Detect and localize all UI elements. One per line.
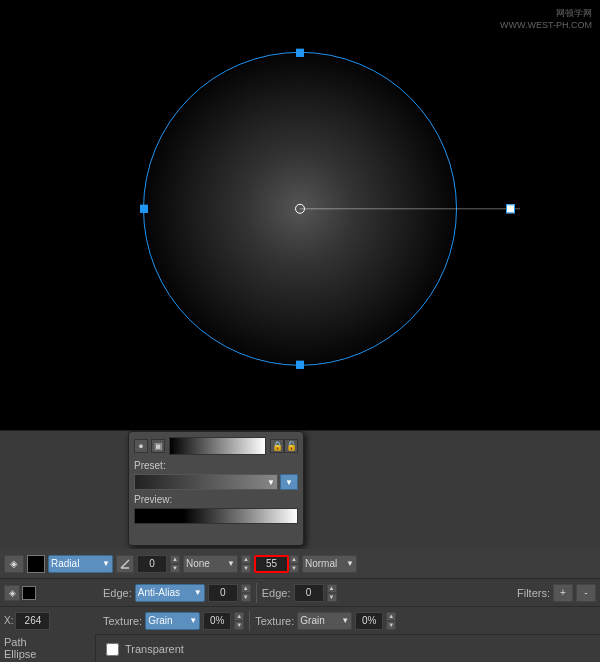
texture-label-2: Texture: <box>255 615 294 627</box>
grain-select-2[interactable]: Grain ▼ <box>297 612 352 630</box>
normal-select[interactable]: Normal ▼ <box>302 555 357 573</box>
radial-label: Radial <box>51 558 79 569</box>
none-label: None <box>186 558 210 569</box>
opacity-spin: ▲ ▼ <box>289 555 299 573</box>
grain-percent-1[interactable] <box>203 612 231 630</box>
grain-spin-1: ▲ ▼ <box>234 612 244 630</box>
none-spin: ▲ ▼ <box>241 555 251 573</box>
ellipse-label: Ellipse <box>4 648 91 660</box>
canvas-area: 网顿学网 WWW.WEST-PH.COM <box>0 0 600 430</box>
none-spin-up[interactable]: ▲ <box>241 555 251 564</box>
toolbar-rows: ◈ Radial ▼ ▲ ▼ None ▼ <box>0 431 600 662</box>
grain-label-1: Grain <box>148 615 172 626</box>
grain-spin-2-up[interactable]: ▲ <box>386 612 396 621</box>
filter-add-btn[interactable]: + <box>553 584 573 602</box>
grain-spin-2: ▲ ▼ <box>386 612 396 630</box>
handle-top[interactable] <box>296 49 304 57</box>
bottom-panel: ● ▣ 🔒 🔓 Preset: ▼ ▼ Preview: ◈ <box>0 430 600 662</box>
opacity-spin-up[interactable]: ▲ <box>289 555 299 564</box>
opacity-spin-down[interactable]: ▼ <box>289 564 299 573</box>
path-color-swatch[interactable] <box>22 586 36 600</box>
texture-label-1: Texture: <box>103 615 142 627</box>
separator-1 <box>256 583 257 603</box>
grain-spin-1-down[interactable]: ▼ <box>234 621 244 630</box>
edge-label-2: Edge: <box>262 587 291 599</box>
sphere <box>145 54 455 364</box>
center-line <box>300 208 520 209</box>
filters-label: Filters: <box>517 587 550 599</box>
angle-spin: ▲ ▼ <box>170 555 180 573</box>
watermark: 网顿学网 WWW.WEST-PH.COM <box>500 8 592 31</box>
none-spin-down[interactable]: ▼ <box>241 564 251 573</box>
radial-select[interactable]: Radial ▼ <box>48 555 113 573</box>
x-coord-row: X: <box>4 612 100 630</box>
grain-select-1[interactable]: Grain ▼ <box>145 612 200 630</box>
none-select[interactable]: None ▼ <box>183 555 238 573</box>
edge-spin-2: ▲ ▼ <box>327 584 337 602</box>
angle-spin-up[interactable]: ▲ <box>170 555 180 564</box>
anti-alias-label: Anti-Alias <box>138 587 180 598</box>
toolbar-row-1: ◈ Radial ▼ ▲ ▼ None ▼ <box>0 549 600 579</box>
normal-label: Normal <box>305 558 337 569</box>
grain-spin-2-down[interactable]: ▼ <box>386 621 396 630</box>
edge-input-2[interactable] <box>294 584 324 602</box>
sphere-container <box>145 54 455 364</box>
x-input[interactable] <box>15 612 50 630</box>
watermark-line2: WWW.WEST-PH.COM <box>500 20 592 32</box>
path-icon-btn[interactable]: ◈ <box>4 555 24 573</box>
edge-spin-1: ▲ ▼ <box>241 584 251 602</box>
opacity-container: ▲ ▼ <box>254 555 299 573</box>
path-label: Path <box>4 636 91 648</box>
svg-line-0 <box>121 560 129 568</box>
edge-label-1: Edge: <box>103 587 132 599</box>
color-swatch[interactable] <box>27 555 45 573</box>
handle-bottom[interactable] <box>296 361 304 369</box>
grain-spin-1-up[interactable]: ▲ <box>234 612 244 621</box>
edge-input-1[interactable] <box>208 584 238 602</box>
edge-spin-2-down[interactable]: ▼ <box>327 593 337 602</box>
coords-area: X: <box>4 612 100 630</box>
path-ellipse-area: Path Ellipse <box>0 634 96 662</box>
grain-label-2: Grain <box>300 615 324 626</box>
transparent-checkbox[interactable] <box>106 643 119 656</box>
angle-spin-down[interactable]: ▼ <box>170 564 180 573</box>
grain-percent-2[interactable] <box>355 612 383 630</box>
path-info-section: ◈ <box>4 585 100 601</box>
separator-2 <box>249 611 250 631</box>
toolbar-row-3: X: Texture: Grain ▼ ▲ ▼ Texture: Grain ▼ <box>0 607 600 635</box>
path-icon-small[interactable]: ◈ <box>4 585 20 601</box>
toolbar-row-2: ◈ Edge: Anti-Alias ▼ ▲ ▼ Edge: ▲ ▼ <box>0 579 600 607</box>
angle-icon[interactable] <box>116 555 134 573</box>
edge-spin-1-up[interactable]: ▲ <box>241 584 251 593</box>
edge-spin-2-up[interactable]: ▲ <box>327 584 337 593</box>
edge-spin-1-down[interactable]: ▼ <box>241 593 251 602</box>
x-label: X: <box>4 615 13 626</box>
opacity-input[interactable] <box>254 555 289 573</box>
transparent-label: Transparent <box>125 643 184 655</box>
path-row: ◈ <box>4 585 100 601</box>
handle-right[interactable] <box>506 204 515 213</box>
watermark-line1: 网顿学网 <box>500 8 592 20</box>
anti-alias-select[interactable]: Anti-Alias ▼ <box>135 584 205 602</box>
angle-input[interactable] <box>137 555 167 573</box>
filter-remove-btn[interactable]: - <box>576 584 596 602</box>
handle-left[interactable] <box>140 205 148 213</box>
